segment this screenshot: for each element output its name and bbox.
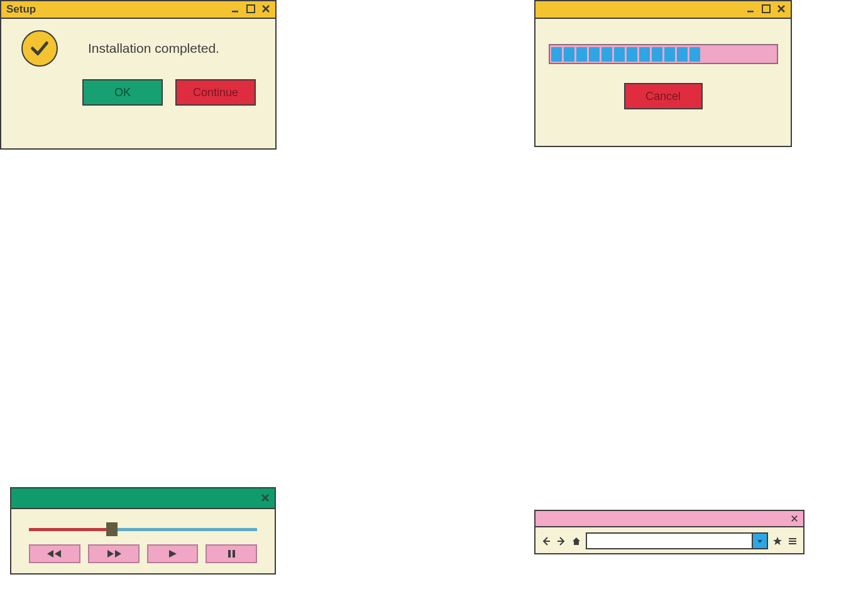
progress-segment <box>589 47 600 62</box>
svg-rect-7 <box>789 541 796 542</box>
progress-bar <box>549 44 778 64</box>
menu-icon[interactable] <box>787 536 798 547</box>
fast-forward-button[interactable] <box>88 544 140 563</box>
svg-rect-3 <box>762 5 770 13</box>
progress-segment <box>576 47 587 62</box>
pause-button[interactable] <box>206 544 257 563</box>
progress-segment <box>664 47 675 62</box>
close-icon[interactable] <box>791 513 798 524</box>
browser-window <box>534 510 804 554</box>
svg-rect-4 <box>228 550 231 558</box>
back-icon[interactable] <box>541 536 552 547</box>
setup-titlebar[interactable]: Setup <box>1 1 275 19</box>
progress-segment <box>689 47 700 62</box>
playback-slider[interactable] <box>29 523 257 534</box>
dropdown-icon[interactable] <box>752 534 767 548</box>
progress-segment <box>652 47 662 62</box>
url-input[interactable] <box>587 534 752 548</box>
svg-rect-2 <box>747 11 754 13</box>
svg-rect-6 <box>789 538 796 539</box>
svg-rect-8 <box>789 543 796 544</box>
close-icon[interactable] <box>261 4 270 15</box>
minimize-icon[interactable] <box>231 4 240 15</box>
progress-segment <box>614 47 625 62</box>
progress-segment <box>627 47 637 62</box>
play-button[interactable] <box>147 544 199 563</box>
progress-titlebar[interactable] <box>535 1 791 19</box>
media-player-window <box>10 487 276 575</box>
browser-titlebar[interactable] <box>535 511 803 527</box>
media-titlebar[interactable] <box>11 488 275 509</box>
svg-rect-5 <box>233 550 235 558</box>
progress-segment <box>677 47 688 62</box>
progress-segment <box>639 47 650 62</box>
home-icon[interactable] <box>571 536 582 547</box>
progress-segment <box>564 47 574 62</box>
progress-window: Cancel <box>534 0 792 147</box>
rewind-button[interactable] <box>29 544 80 563</box>
close-icon[interactable] <box>261 493 270 504</box>
progress-segment <box>551 47 562 62</box>
setup-window: Setup Installation completed. OK Continu… <box>0 0 277 150</box>
install-message: Installation completed. <box>88 41 219 56</box>
svg-rect-1 <box>247 5 255 13</box>
star-icon[interactable] <box>772 536 783 547</box>
continue-button[interactable]: Continue <box>175 79 256 106</box>
slider-played <box>29 528 111 531</box>
maximize-icon[interactable] <box>762 4 771 15</box>
cancel-button[interactable]: Cancel <box>624 83 703 109</box>
svg-rect-0 <box>232 11 238 13</box>
window-controls <box>747 4 786 15</box>
check-icon <box>21 30 58 67</box>
minimize-icon[interactable] <box>747 4 755 15</box>
forward-icon[interactable] <box>556 536 567 547</box>
slider-remaining <box>111 528 257 531</box>
ok-button[interactable]: OK <box>82 79 163 106</box>
close-icon[interactable] <box>777 4 786 15</box>
maximize-icon[interactable] <box>246 4 255 15</box>
progress-segment <box>601 47 612 62</box>
slider-thumb[interactable] <box>106 522 118 536</box>
window-controls <box>231 4 270 15</box>
setup-title: Setup <box>6 3 36 16</box>
address-bar <box>586 532 768 549</box>
